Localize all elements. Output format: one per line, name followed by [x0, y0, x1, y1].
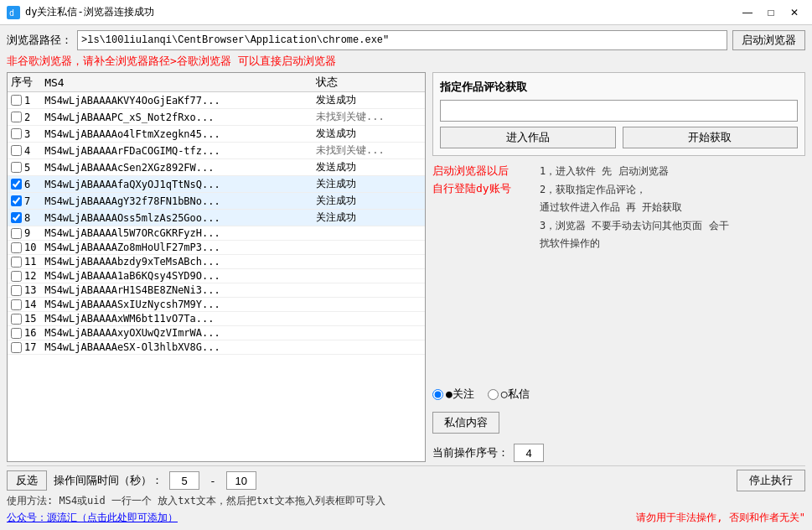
row-checkbox[interactable]	[11, 328, 22, 339]
table-cell-status: 未找到关键...	[313, 143, 425, 159]
row-checkbox[interactable]	[11, 212, 22, 223]
row-seq: 13	[24, 284, 36, 296]
table-cell-seq: 1	[8, 92, 41, 109]
table-cell-status	[313, 340, 425, 355]
row-seq: 8	[24, 212, 30, 224]
main-container: 浏览器路径： 启动浏览器 非谷歌浏览器，请补全浏览器路径>谷歌浏览器 可以直接启…	[0, 25, 812, 530]
radio-private-label[interactable]: ○私信	[488, 387, 530, 402]
table-row: 7MS4wLjABAAAAgY32f78FN1bBNo...关注成功	[8, 193, 425, 210]
content-area: 序号 MS4 状态 1MS4wLjABAAAAKVY4OoGjEaKf77...…	[7, 72, 805, 462]
row-checkbox[interactable]	[11, 128, 22, 139]
bottom-footer: 公众号：源流汇（点击此处即可添加） 请勿用于非法操作, 否则和作者无关"	[7, 511, 805, 525]
fetch-section-title: 指定作品评论获取	[440, 80, 798, 95]
table-cell-seq: 13	[8, 283, 41, 298]
row-checkbox[interactable]	[11, 271, 22, 282]
right-panel: 指定作品评论获取 进入作品 开始获取 启动浏览器以后 自行登陆dy账号 1，进入…	[432, 72, 805, 462]
table-cell-seq: 14	[8, 298, 41, 312]
info-area: 启动浏览器以后 自行登陆dy账号 1，进入软件 先 启动浏览器2，获取指定作品评…	[432, 163, 805, 377]
row-checkbox[interactable]	[11, 257, 22, 268]
warning-main: 非谷歌浏览器，请补全浏览器路径>谷歌浏览器 可以直接启动浏览器	[7, 55, 336, 67]
table-row: 10MS4wLjABAAAAZo8mHoUlF27mP3...	[8, 241, 425, 255]
table-cell-ms4: MS4wLjABAAAAxWM6bt11vO7Ta...	[41, 312, 313, 326]
table-cell-seq: 10	[8, 241, 41, 255]
row-checkbox[interactable]	[11, 242, 22, 253]
usage-text: 使用方法: MS4或uid 一行一个 放入txt文本，然后把txt文本拖入列表框…	[7, 494, 805, 508]
table-cell-seq: 5	[8, 159, 41, 176]
radio-follow[interactable]	[432, 389, 443, 400]
enter-work-button[interactable]: 进入作品	[440, 127, 616, 148]
row-checkbox[interactable]	[11, 112, 22, 122]
browser-path-input[interactable]	[77, 30, 727, 50]
row-checkbox[interactable]	[11, 314, 22, 325]
bottom-bar: 反选 操作间隔时间（秒）： - 停止执行 使用方法: MS4或uid 一行一个 …	[7, 465, 805, 525]
row-checkbox[interactable]	[11, 342, 22, 353]
current-op-input[interactable]	[514, 444, 544, 462]
row-checkbox[interactable]	[11, 95, 22, 106]
table-cell-ms4: MS4wLjABAAAAcSen2XGz892FW...	[41, 159, 313, 176]
table-cell-status: 关注成功	[313, 210, 425, 226]
table-cell-ms4: MS4wLjABAAAAfaQXyOJ1qTtNsQ...	[41, 176, 313, 193]
table-cell-seq: 9	[8, 226, 41, 241]
table-cell-ms4: MS4wLjABAAAArFDaCOGIMQ-tfz...	[41, 143, 313, 159]
row-checkbox[interactable]	[11, 145, 22, 156]
col-header-status: 状态	[313, 73, 425, 92]
red-notice: 启动浏览器以后 自行登陆dy账号	[432, 163, 533, 377]
current-op-row: 当前操作序号：	[432, 444, 805, 462]
bottom-controls: 反选 操作间隔时间（秒）： - 停止执行	[7, 470, 805, 491]
row-checkbox[interactable]	[11, 285, 22, 296]
table-cell-seq: 7	[8, 193, 41, 210]
row-seq: 12	[24, 270, 36, 282]
row-checkbox[interactable]	[11, 299, 22, 310]
table-cell-status	[313, 226, 425, 241]
row-seq: 11	[24, 256, 36, 268]
row-seq: 7	[24, 195, 30, 207]
table-cell-seq: 2	[8, 109, 41, 126]
table-row: 8MS4wLjABAAAAOss5mlzAs25Goo...关注成功	[8, 210, 425, 226]
fetch-url-input[interactable]	[440, 100, 798, 122]
table-cell-ms4: MS4wLjABAAAAKVY4OoGjEaKf77...	[41, 92, 313, 109]
start-fetch-button[interactable]: 开始获取	[623, 127, 799, 148]
table-row: 13MS4wLjABAAAArH1S4BE8ZNeNi3...	[8, 283, 425, 298]
radio-follow-label[interactable]: ●关注	[432, 387, 474, 402]
instruction-line: 扰软件操作的	[540, 235, 729, 253]
row-checkbox[interactable]	[11, 179, 22, 190]
svg-text:d: d	[9, 8, 14, 18]
public-link[interactable]: 公众号：源流汇（点击此处即可添加）	[7, 511, 178, 525]
close-button[interactable]: ✕	[784, 3, 805, 22]
stop-execute-button[interactable]: 停止执行	[737, 470, 805, 491]
table-cell-seq: 11	[8, 255, 41, 269]
table-cell-status: 未找到关键...	[313, 109, 425, 126]
row-checkbox[interactable]	[11, 228, 22, 239]
maximize-button[interactable]: □	[760, 3, 782, 22]
reverse-select-button[interactable]: 反选	[7, 470, 47, 491]
row-checkbox[interactable]	[11, 162, 22, 173]
interval-max-input[interactable]	[226, 471, 256, 490]
table-cell-ms4: MS4wLjABAAAAOss5mlzAs25Goo...	[41, 210, 313, 226]
private-msg-button[interactable]: 私信内容	[432, 412, 499, 434]
table-cell-status: 发送成功	[313, 159, 425, 176]
title-bar: d dy关注私信-浏览器连接成功 — □ ✕	[0, 0, 812, 25]
table-cell-seq: 12	[8, 269, 41, 283]
table-row: 3MS4wLjABAAAAo4lFtmXzegkn45...发送成功	[8, 126, 425, 143]
table-cell-ms4: MS4wLjABAAAPC_xS_Not2fRxo...	[41, 109, 313, 126]
table-cell-status	[313, 241, 425, 255]
radio-group: ●关注 ○私信	[432, 387, 805, 402]
red-notice-line1: 启动浏览器以后	[432, 163, 533, 180]
table-cell-status	[313, 298, 425, 312]
red-notice-line2: 自行登陆dy账号	[432, 180, 533, 198]
table-row: 9MS4wLjABAAAAl5W7ORcGKRFyzH...	[8, 226, 425, 241]
row-checkbox[interactable]	[11, 195, 22, 206]
interval-dash: -	[209, 475, 216, 487]
interval-min-input[interactable]	[169, 471, 199, 490]
start-browser-button[interactable]: 启动浏览器	[732, 30, 805, 50]
browser-path-label: 浏览器路径：	[7, 33, 72, 48]
table-cell-status	[313, 269, 425, 283]
minimize-button[interactable]: —	[737, 3, 758, 22]
row-seq: 6	[24, 179, 30, 190]
radio-private[interactable]	[488, 389, 499, 400]
table-cell-status	[313, 312, 425, 326]
table-row: 12MS4wLjABAAAA1aB6KQsy4SYD9O...	[8, 269, 425, 283]
col-header-seq: 序号	[8, 73, 41, 92]
table-row: 15MS4wLjABAAAAxWM6bt11vO7Ta...	[8, 312, 425, 326]
table-cell-status	[313, 255, 425, 269]
